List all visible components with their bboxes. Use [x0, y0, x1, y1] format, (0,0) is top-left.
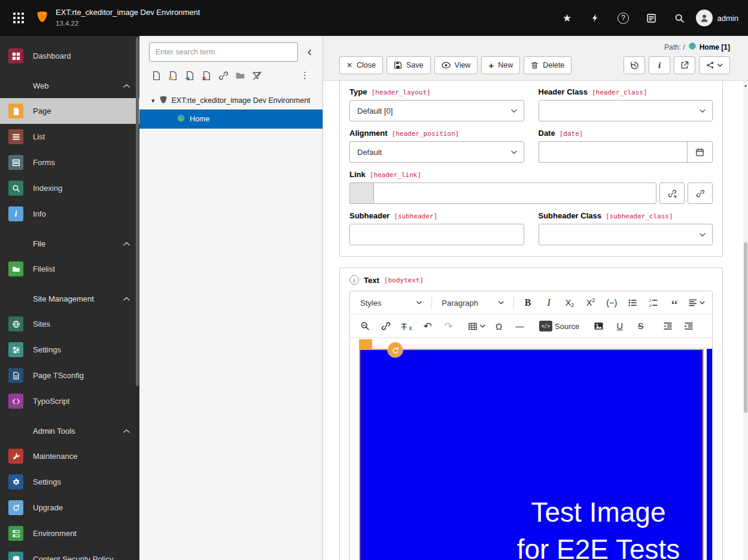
- rte-editable-area[interactable]: Test Image for E2E Tests: [350, 338, 712, 560]
- insert-image-button[interactable]: [589, 316, 609, 336]
- sidebar-item-environment[interactable]: Environment: [0, 521, 139, 546]
- new-shortcut-page-icon[interactable]: [185, 71, 195, 81]
- paragraph-format-dropdown[interactable]: Paragraph: [436, 293, 509, 312]
- filter-off-icon[interactable]: [252, 71, 262, 81]
- subheader-class-select[interactable]: [539, 224, 713, 245]
- history-button[interactable]: [624, 56, 645, 74]
- tree-more-options-icon[interactable]: ⋮: [297, 70, 313, 81]
- horizontal-line-button[interactable]: —: [510, 316, 530, 336]
- remove-format-button[interactable]: Tx: [397, 316, 416, 336]
- close-button[interactable]: ✕ Close: [339, 56, 383, 74]
- sidebar-item-page-tsconfig[interactable]: Page TSconfig: [0, 363, 139, 388]
- tree-search-input[interactable]: [149, 42, 298, 62]
- outdent-button[interactable]: [658, 316, 677, 336]
- sidebar-item-admin-settings[interactable]: Settings: [0, 469, 139, 495]
- field-alignment: Alignment[header_position] Default: [349, 121, 524, 163]
- sidebar-item-filelist[interactable]: Filelist: [0, 256, 139, 282]
- sidebar-item-dashboard[interactable]: Dashboard: [0, 43, 139, 69]
- chevron-down-icon: [700, 301, 705, 305]
- insert-link-button[interactable]: [376, 316, 396, 336]
- date-input[interactable]: [539, 141, 688, 163]
- collapse-tree-icon[interactable]: ‹: [304, 45, 315, 59]
- tree-node-home-selected[interactable]: Home: [139, 109, 323, 129]
- module-menu-toggle-icon[interactable]: [8, 8, 29, 28]
- sidebar-item-indexing[interactable]: Indexing: [0, 175, 139, 201]
- header-class-select[interactable]: [539, 100, 713, 121]
- sidebar-item-forms[interactable]: Forms: [0, 150, 139, 175]
- view-button[interactable]: View: [434, 56, 478, 74]
- sidebar-section-web[interactable]: Web: [0, 73, 139, 98]
- styles-dropdown[interactable]: Styles: [355, 293, 427, 312]
- link-picker-button[interactable]: [688, 182, 713, 204]
- user-menu[interactable]: admin: [696, 10, 738, 26]
- system-information-icon[interactable]: [640, 7, 664, 29]
- calendar-button[interactable]: [687, 141, 713, 163]
- link-page-icon[interactable]: [218, 71, 229, 81]
- italic-button[interactable]: I: [539, 293, 559, 312]
- search-icon[interactable]: [668, 7, 692, 29]
- scrollbar-thumb[interactable]: [744, 242, 747, 413]
- sidebar-item-upgrade[interactable]: Upgrade: [0, 495, 139, 521]
- undo-button[interactable]: ↶: [418, 316, 437, 336]
- alignment-select[interactable]: Default: [349, 141, 524, 163]
- selected-image-widget[interactable]: Test Image for E2E Tests: [359, 349, 704, 560]
- table-icon: [468, 322, 478, 331]
- special-characters-button[interactable]: Ω: [489, 316, 509, 336]
- sidebar-section-site-management[interactable]: Site Management: [0, 286, 139, 311]
- strikethrough-button[interactable]: S: [631, 316, 650, 336]
- link-input[interactable]: [373, 182, 656, 204]
- superscript-button[interactable]: X2: [581, 293, 601, 312]
- folder-icon[interactable]: [235, 71, 245, 81]
- content-scrollbar[interactable]: ▲: [743, 81, 748, 560]
- sidebar-item-info[interactable]: i Info: [0, 201, 139, 227]
- new-page-icon[interactable]: [151, 71, 162, 81]
- source-button[interactable]: </> Source: [537, 316, 582, 336]
- save-button[interactable]: Save: [387, 56, 431, 74]
- insert-table-dropdown[interactable]: [466, 316, 488, 336]
- block-quote-button[interactable]: “: [665, 293, 685, 312]
- widget-drag-handle-icon[interactable]: [388, 342, 403, 357]
- sidebar-section-file[interactable]: File: [0, 231, 139, 256]
- field-description-icon[interactable]: i: [349, 275, 359, 285]
- widget-resize-handle[interactable]: [359, 339, 372, 350]
- numbered-list-button[interactable]: 12: [644, 293, 664, 312]
- sidebar-item-label: Content Security Policy: [33, 555, 113, 560]
- redo-button[interactable]: ↷: [439, 316, 458, 336]
- sidebar-item-sites[interactable]: Sites: [0, 311, 139, 337]
- scroll-up-icon[interactable]: ▲: [743, 83, 748, 87]
- sidebar-item-list[interactable]: List: [0, 124, 139, 150]
- delete-button[interactable]: Delete: [524, 56, 571, 74]
- bookmark-star-icon[interactable]: ★: [555, 7, 579, 29]
- new-recycler-page-icon[interactable]: [202, 71, 212, 81]
- sidebar-item-label: Info: [33, 209, 46, 218]
- sidebar-section-admin-tools[interactable]: Admin Tools: [0, 418, 139, 443]
- open-in-new-window-button[interactable]: [674, 56, 695, 74]
- info-button[interactable]: i: [649, 56, 670, 74]
- underline-button[interactable]: U: [610, 316, 630, 336]
- find-replace-button[interactable]: [355, 316, 375, 336]
- indent-button[interactable]: [679, 316, 698, 336]
- sidebar-scrollbar[interactable]: [136, 37, 139, 386]
- soft-hyphen-button[interactable]: (−): [602, 293, 622, 312]
- text-alignment-dropdown[interactable]: [686, 293, 707, 312]
- tree-root-node[interactable]: ▾ EXT:rte_ckeditor_image Dev Environment: [139, 92, 323, 109]
- type-select[interactable]: Default [0]: [349, 100, 524, 121]
- sidebar-item-content-security-policy[interactable]: Content Security Policy: [0, 546, 139, 560]
- help-icon[interactable]: ?: [612, 7, 636, 29]
- bulleted-list-button[interactable]: [623, 293, 643, 312]
- bold-button[interactable]: B: [518, 293, 538, 312]
- sidebar-item-maintenance[interactable]: Maintenance: [0, 443, 139, 469]
- chevron-down-icon: [416, 301, 422, 305]
- new-page-alt-icon[interactable]: [168, 71, 178, 81]
- sidebar-item-site-settings[interactable]: Settings: [0, 337, 139, 363]
- sidebar-item-typoscript[interactable]: TypoScript: [0, 388, 139, 414]
- subscript-button[interactable]: X2: [560, 293, 580, 312]
- sidebar-item-page[interactable]: Page: [0, 98, 139, 124]
- tree-expand-icon[interactable]: ▾: [151, 97, 155, 105]
- clear-cache-bolt-icon[interactable]: [583, 7, 607, 29]
- share-button[interactable]: [699, 56, 730, 74]
- typo3-logo-icon[interactable]: [36, 11, 48, 26]
- subheader-input[interactable]: [349, 224, 524, 245]
- new-button[interactable]: + New: [481, 56, 520, 74]
- link-browser-button[interactable]: [659, 182, 685, 204]
